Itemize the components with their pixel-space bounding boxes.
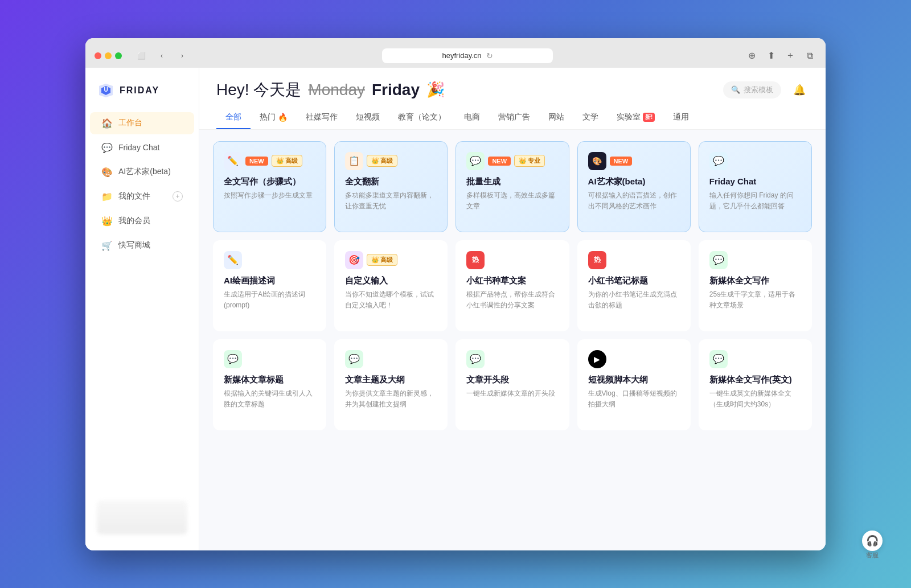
- maximize-btn[interactable]: [115, 52, 122, 59]
- card-full-renewal-icon: 📋: [345, 152, 363, 170]
- card-custom-input-desc: 当你不知道选哪个模板，试试自定义输入吧！: [345, 289, 437, 311]
- badge-advanced-custom: 👑高级: [367, 254, 397, 266]
- card-xhs-draft-title: 小红书种草文案: [466, 275, 558, 286]
- new-tab-icon[interactable]: ＋: [783, 49, 797, 63]
- card-new-media-en-desc: 一键生成英文的新媒体全文（生成时间大约30s）: [709, 388, 801, 410]
- tab-marketing-label: 营销广告: [498, 112, 530, 122]
- tab-general[interactable]: 通用: [664, 106, 698, 129]
- card-friday-chat-title: Friday Chat: [709, 176, 801, 187]
- close-btn[interactable]: [95, 52, 101, 59]
- tab-website[interactable]: 网站: [539, 106, 573, 129]
- customer-service-icon: 🎧: [862, 531, 883, 551]
- card-new-media-writing-desc: 25s生成千字文章，适用于各种文章场景: [709, 289, 801, 311]
- tab-ecommerce[interactable]: 电商: [455, 106, 489, 129]
- card-ai-drawing-header: ✏️: [224, 251, 315, 269]
- card-article-opening[interactable]: 💬 文章开头段 一键生成新媒体文章的开头段: [456, 339, 569, 430]
- tab-literature-label: 文学: [582, 112, 598, 122]
- card-new-media-writing-header: 💬: [709, 251, 801, 269]
- card-new-media-writing[interactable]: 💬 新媒体全文写作 25s生成千字文章，适用于各种文章场景: [699, 240, 812, 331]
- sidebar: U FRIDAY 🏠 工作台 💬 Friday Chat 🎨 AI艺术家(bet…: [85, 68, 199, 550]
- sidebar-item-friday-chat[interactable]: 💬 Friday Chat: [90, 137, 194, 159]
- back-btn[interactable]: ‹: [154, 50, 170, 61]
- download-icon[interactable]: ⊕: [745, 49, 758, 63]
- tab-ecommerce-label: 电商: [464, 112, 480, 122]
- tabs-icon[interactable]: ⧉: [803, 49, 816, 63]
- card-article-theme-desc: 为你提供文章主题的新灵感，并为其创建推文提纲: [345, 388, 437, 410]
- card-new-media-en-icon: 💬: [709, 350, 728, 368]
- card-article-theme[interactable]: 💬 文章主题及大纲 为你提供文章主题的新灵感，并为其创建推文提纲: [334, 339, 448, 430]
- sidebar-item-ai-artist[interactable]: 🎨 AI艺术家(beta): [90, 161, 194, 183]
- sidebar-shop-label: 快写商城: [118, 240, 150, 250]
- tab-video[interactable]: 短视频: [347, 106, 389, 129]
- tab-marketing[interactable]: 营销广告: [489, 106, 539, 129]
- card-friday-chat-header: 💬: [709, 152, 801, 170]
- card-nm-title-text: 新媒体文章标题: [224, 374, 315, 385]
- card-custom-input[interactable]: 🎯 👑高级 自定义输入 当你不知道选哪个模板，试试自定义输入吧！: [334, 240, 448, 331]
- app-body: U FRIDAY 🏠 工作台 💬 Friday Chat 🎨 AI艺术家(bet…: [85, 68, 826, 550]
- tab-education[interactable]: 教育（论文）: [389, 106, 455, 129]
- card-article-theme-title: 文章主题及大纲: [345, 374, 437, 385]
- card-video-script-title: 短视频脚本大纲: [588, 374, 680, 385]
- window-controls: ⬜ ‹ ›: [133, 50, 190, 61]
- share-icon[interactable]: ⬆: [764, 49, 778, 63]
- card-video-script[interactable]: ▶ 短视频脚本大纲 生成Vlog、口播稿等短视频的拍摄大纲: [577, 339, 691, 430]
- card-full-renewal-desc: 多功能多渠道文章内容翻新，让你查重无忧: [345, 190, 437, 212]
- card-new-media-title[interactable]: 💬 新媒体文章标题 根据输入的关键词生成引人入胜的文章标题: [213, 339, 326, 430]
- sidebar-workspace-label: 工作台: [118, 118, 142, 128]
- sidebar-toggle-icon[interactable]: ⬜: [133, 50, 149, 61]
- tab-literature[interactable]: 文学: [573, 106, 608, 129]
- card-ai-drawing-icon: ✏️: [224, 251, 242, 269]
- sidebar-item-my-files[interactable]: 📁 我的文件 +: [90, 186, 194, 208]
- minimize-btn[interactable]: [105, 52, 112, 59]
- add-file-btn[interactable]: +: [173, 191, 183, 202]
- cards-section: ✏️ NEW 👑高级 全文写作（步骤式） 按照写作步骤一步步生成文章 📋 👑高级: [199, 130, 826, 442]
- browser-chrome: ⬜ ‹ › heyfriday.cn ↻ ⊕ ⬆ ＋ ⧉: [85, 38, 826, 68]
- page-title: Hey! 今天是 Monday Friday 🎉: [216, 79, 445, 101]
- card-xhs-draft-icon: 热: [466, 251, 485, 269]
- logo-icon: U: [97, 81, 115, 100]
- card-friday-chat[interactable]: 💬 Friday Chat 输入任何你想问 Friday 的问题，它几乎什么都能…: [699, 141, 812, 232]
- card-xhs-title[interactable]: 热 小红书笔记标题 为你的小红书笔记生成充满点击欲的标题: [577, 240, 691, 331]
- badge-advanced-fullwriting: 👑高级: [272, 155, 302, 167]
- header-actions: 🔍 搜索模板 🔔: [723, 81, 809, 99]
- card-batch-gen-header: 💬 NEW 👑专业: [466, 152, 558, 170]
- card-ai-drawing-desc: 生成适用于AI绘画的描述词(prompt): [224, 289, 315, 311]
- files-icon: 📁: [101, 191, 113, 202]
- crown-icon: 👑: [276, 157, 284, 165]
- sidebar-item-membership[interactable]: 👑 我的会员: [90, 210, 194, 232]
- card-batch-gen[interactable]: 💬 NEW 👑专业 批量生成 多样模板可选，高效生成多篇文章: [456, 141, 569, 232]
- sidebar-files-label: 我的文件: [118, 191, 150, 202]
- card-full-writing-title: 全文写作（步骤式）: [224, 176, 315, 187]
- forward-btn[interactable]: ›: [174, 50, 190, 61]
- tab-hot[interactable]: 热门 🔥: [251, 106, 297, 129]
- workspace-icon: 🏠: [101, 118, 113, 129]
- card-article-opening-title: 文章开头段: [466, 374, 558, 385]
- card-article-opening-desc: 一键生成新媒体文章的开头段: [466, 388, 558, 399]
- card-ai-drawing[interactable]: ✏️ AI绘画描述词 生成适用于AI绘画的描述词(prompt): [213, 240, 326, 331]
- card-full-writing[interactable]: ✏️ NEW 👑高级 全文写作（步骤式） 按照写作步骤一步步生成文章: [213, 141, 326, 232]
- tab-lab[interactable]: 实验室 新!: [608, 106, 664, 129]
- card-full-renewal[interactable]: 📋 👑高级 全文翻新 多功能多渠道文章内容翻新，让你查重无忧: [334, 141, 448, 232]
- card-ai-artist[interactable]: 🎨 NEW AI艺术家(beta) 可根据输入的语言描述，创作出不同风格的艺术画…: [577, 141, 691, 232]
- tab-website-label: 网站: [548, 112, 564, 122]
- tab-social-label: 社媒写作: [306, 112, 338, 122]
- notification-bell[interactable]: 🔔: [790, 81, 809, 99]
- cards-row-2: ✏️ AI绘画描述词 生成适用于AI绘画的描述词(prompt) 🎯 👑高级 自…: [213, 240, 812, 331]
- tab-social[interactable]: 社媒写作: [297, 106, 347, 129]
- card-new-media-en[interactable]: 💬 新媒体全文写作(英文) 一键生成英文的新媒体全文（生成时间大约30s）: [699, 339, 812, 430]
- sidebar-item-shop[interactable]: 🛒 快写商城: [90, 235, 194, 257]
- card-full-writing-icon: ✏️: [224, 152, 242, 170]
- card-xhs-draft[interactable]: 热 小红书种草文案 根据产品特点，帮你生成符合小红书调性的分享文案: [456, 240, 569, 331]
- card-xhs-title-desc: 为你的小红书笔记生成充满点击欲的标题: [588, 289, 680, 311]
- card-new-media-icon: 💬: [709, 251, 728, 269]
- sidebar-item-workspace[interactable]: 🏠 工作台: [90, 112, 194, 134]
- title-emoji: 🎉: [426, 81, 445, 98]
- customer-service-label: 客服: [866, 551, 879, 560]
- tab-all[interactable]: 全部: [216, 106, 251, 129]
- card-new-media-en-header: 💬: [709, 350, 801, 368]
- customer-service-btn[interactable]: 🎧 客服: [862, 531, 883, 560]
- tab-video-label: 短视频: [356, 112, 380, 122]
- search-box[interactable]: 🔍 搜索模板: [723, 81, 781, 98]
- reload-icon[interactable]: ↻: [486, 51, 493, 60]
- address-bar[interactable]: heyfriday.cn ↻: [382, 48, 553, 63]
